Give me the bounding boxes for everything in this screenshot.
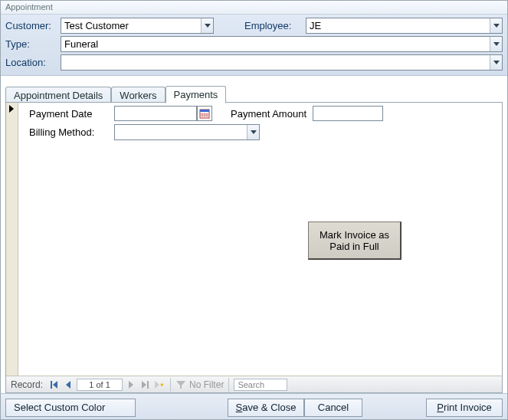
type-label: Type: — [5, 38, 61, 50]
chevron-down-icon[interactable] — [490, 55, 502, 70]
save-close-rest: ave & Close — [242, 402, 296, 413]
svg-text:✶: ✶ — [159, 382, 163, 389]
select-custom-color-button[interactable]: Select Custom Color — [5, 399, 136, 417]
record-nav: Record: 1 of 1 ✶ No Filter Search — [6, 376, 502, 392]
cancel-button[interactable]: Cancel — [304, 399, 362, 417]
svg-rect-7 — [51, 381, 52, 389]
tab-payments[interactable]: Payments — [166, 86, 227, 103]
svg-rect-1 — [200, 110, 209, 112]
save-close-button[interactable]: Save & Close — [228, 399, 304, 417]
type-combo[interactable]: Funeral — [61, 36, 503, 52]
mark-paid-button[interactable]: Mark Invoice as Paid in Full — [308, 221, 401, 260]
footer-bar: Select Custom Color Save & Close Cancel … — [1, 393, 507, 420]
last-record-button[interactable] — [138, 378, 152, 392]
print-invoice-button[interactable]: Print Invoice — [426, 399, 503, 417]
header-panel: Customer: Test Customer Employee: JE Typ… — [1, 15, 507, 76]
window-titlebar: Appointment — [1, 1, 507, 15]
location-label: Location: — [5, 57, 61, 68]
chevron-down-icon[interactable] — [490, 18, 502, 33]
employee-value: JE — [306, 20, 490, 31]
employee-label: Employee: — [244, 20, 306, 31]
chevron-down-icon[interactable] — [201, 18, 213, 33]
filter-label: No Filter — [189, 379, 224, 390]
new-record-button[interactable]: ✶ — [152, 378, 166, 392]
calendar-icon[interactable] — [197, 106, 212, 121]
type-value: Funeral — [61, 38, 490, 50]
payment-date-label: Payment Date — [18, 108, 114, 120]
billing-method-label: Billing Method: — [18, 126, 114, 138]
current-record-icon — [9, 105, 14, 113]
customer-label: Customer: — [5, 20, 61, 31]
svg-rect-8 — [147, 381, 149, 389]
print-rest: rint Invoice — [444, 402, 492, 413]
tab-body-payments: Payment Date Payment Amount Billing Meth… — [5, 102, 503, 393]
window-title: Appointment — [5, 2, 53, 11]
customer-value: Test Customer — [61, 20, 201, 31]
payment-amount-label: Payment Amount — [231, 108, 306, 120]
record-position[interactable]: 1 of 1 — [77, 379, 123, 391]
prev-record-button[interactable] — [61, 378, 75, 392]
location-combo[interactable] — [61, 54, 503, 71]
payment-amount-input[interactable] — [313, 106, 383, 121]
chevron-down-icon[interactable] — [247, 125, 259, 139]
billing-method-combo[interactable] — [114, 124, 260, 140]
record-label: Record: — [11, 379, 43, 390]
first-record-button[interactable] — [48, 378, 61, 392]
next-record-button[interactable] — [124, 378, 138, 392]
customer-combo[interactable]: Test Customer — [61, 18, 214, 34]
search-box[interactable]: Search — [234, 379, 287, 391]
employee-combo[interactable]: JE — [306, 18, 503, 34]
tabstrip: Appointment Details Workers Payments — [5, 85, 503, 103]
chevron-down-icon[interactable] — [490, 37, 502, 51]
record-selector[interactable] — [6, 103, 18, 376]
tab-appointment-details[interactable]: Appointment Details — [5, 87, 111, 103]
payment-date-input[interactable] — [114, 106, 197, 121]
tab-workers[interactable]: Workers — [111, 87, 165, 103]
filter-icon — [175, 379, 186, 390]
